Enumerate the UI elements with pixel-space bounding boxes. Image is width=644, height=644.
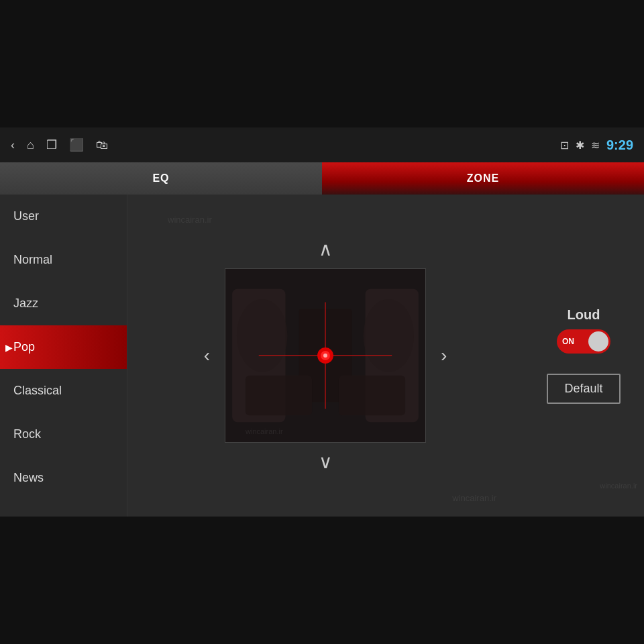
tab-bar: EQ ZONE: [0, 162, 644, 195]
svg-rect-7: [339, 376, 405, 416]
cast-icon: ⊡: [560, 139, 569, 152]
car-view-container: ‹: [196, 268, 455, 443]
sidebar-item-normal[interactable]: Normal: [0, 238, 127, 282]
bag-icon[interactable]: 🛍: [96, 138, 108, 152]
watermark-bottom: wincairan.ir: [452, 493, 496, 503]
svg-point-4: [237, 299, 287, 372]
eq-sidebar: User Normal Jazz ▶ Pop Classical Rock: [0, 195, 127, 517]
back-icon[interactable]: ‹: [11, 138, 15, 152]
wifi-icon: ≋: [591, 139, 600, 152]
right-controls: Loud ON Default wincairan.ir: [523, 195, 644, 517]
main-content: User Normal Jazz ▶ Pop Classical Rock: [0, 195, 644, 517]
car-image: wincairan.ir: [225, 268, 426, 443]
time-display: 9:29: [606, 138, 633, 153]
tab-zone[interactable]: ZONE: [322, 162, 644, 195]
home-icon[interactable]: ⌂: [27, 138, 34, 152]
camera-icon[interactable]: ⬛: [69, 138, 84, 152]
loud-control: Loud ON: [557, 307, 610, 354]
tab-eq[interactable]: EQ: [0, 162, 322, 195]
status-bar: ‹ ⌂ ❒ ⬛ 🛍 ⊡ ✱ ≋ 9:29: [0, 127, 644, 162]
toggle-on-label: ON: [562, 337, 574, 346]
status-right-group: ⊡ ✱ ≋ 9:29: [560, 138, 633, 153]
svg-point-5: [364, 299, 414, 372]
watermark-right: wincairan.ir: [600, 482, 637, 490]
toggle-knob: [588, 331, 608, 352]
sidebar-item-user[interactable]: User: [0, 195, 127, 238]
arrow-up-button[interactable]: ∧: [311, 235, 341, 263]
watermark-top: wincairan.ir: [168, 215, 212, 225]
arrow-right-button[interactable]: ›: [433, 342, 455, 369]
windows-icon[interactable]: ❒: [46, 138, 57, 152]
sidebar-item-rock[interactable]: Rock: [0, 413, 127, 456]
sidebar-item-news[interactable]: News: [0, 456, 127, 500]
outer-wrapper: ‹ ⌂ ❒ ⬛ 🛍 ⊡ ✱ ≋ 9:29 EQ ZONE: [0, 0, 644, 644]
sidebar-item-pop[interactable]: ▶ Pop: [0, 325, 127, 369]
zone-panel: wincairan.ir ∧ ‹: [127, 195, 523, 517]
sidebar-item-jazz[interactable]: Jazz: [0, 282, 127, 325]
loud-label: Loud: [568, 307, 600, 323]
default-button[interactable]: Default: [547, 374, 620, 404]
screen: ‹ ⌂ ❒ ⬛ 🛍 ⊡ ✱ ≋ 9:29 EQ ZONE: [0, 127, 644, 517]
play-icon: ▶: [5, 342, 13, 353]
sidebar-item-classical[interactable]: Classical: [0, 369, 127, 413]
svg-rect-6: [246, 376, 312, 416]
svg-point-12: [323, 354, 327, 358]
loud-toggle[interactable]: ON: [557, 329, 610, 354]
arrow-down-button[interactable]: ∨: [311, 448, 341, 476]
arrow-left-button[interactable]: ‹: [196, 342, 218, 369]
bluetooth-icon: ✱: [576, 139, 584, 152]
